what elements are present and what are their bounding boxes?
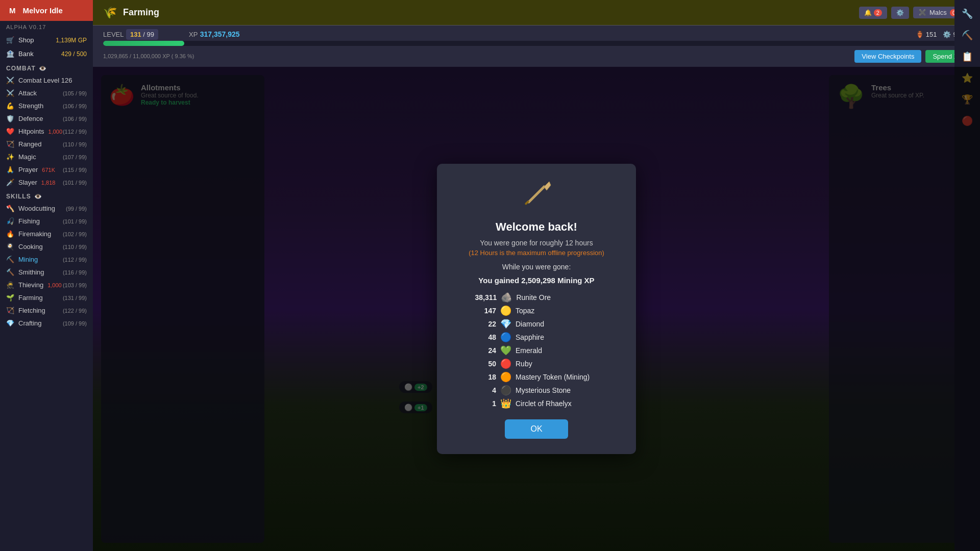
loot-container: 38,311 🪨 Runite Ore 147 🟡 Topaz 22 💎 Dia… <box>457 292 616 409</box>
sidebar-item-strength[interactable]: 💪Strength (106 / 99) <box>0 99 93 112</box>
prayer-levels: (115 / 99) <box>63 167 87 173</box>
ranged-levels: (110 / 99) <box>63 141 87 147</box>
sidebar-item-woodcutting[interactable]: 🪓Woodcutting (99 / 99) <box>0 202 93 215</box>
top-nav: 🌾 Farming 🔔 2 ⚙️ ✖️ Malcs 0 ▾ <box>93 0 980 26</box>
loot-row: 50 🔴 Ruby <box>457 358 616 369</box>
loot-count: 24 <box>476 346 496 355</box>
skills-section-header: SKILLS 👁️ <box>0 189 93 202</box>
mining-icon: ⛏️ <box>6 256 14 263</box>
loot-name: Mastery Token (Mining) <box>516 373 597 381</box>
attack-label: Attack <box>18 89 37 97</box>
mastery-value: 151 <box>926 31 937 38</box>
sidebar-item-thieving[interactable]: 🥷Thieving 1,000 (103 / 99) <box>0 279 93 291</box>
magic-icon: ✨ <box>6 153 14 161</box>
thieving-badge: 1,000 <box>47 282 62 288</box>
level-display: LEVEL 131 / 99 <box>103 30 158 39</box>
sidebar-item-smithing[interactable]: 🔨Smithing (116 / 99) <box>0 266 93 279</box>
prayer-badge: 671K <box>42 167 55 173</box>
xp-bar-area: LEVEL 131 / 99 XP 317,357,925 🏺 151 ⚙️ <box>93 26 980 67</box>
prayer-icon: 🙏 <box>6 166 14 173</box>
loot-icon: 🟠 <box>500 371 511 383</box>
farming-label: Farming <box>18 294 43 302</box>
loot-icon: 🔵 <box>500 332 511 343</box>
crafting-levels: (109 / 99) <box>63 320 87 327</box>
sidebar-item-fishing[interactable]: 🎣Fishing (101 / 99) <box>0 215 93 228</box>
mastery-group: 🏺 151 <box>916 31 937 38</box>
loot-row: 24 💚 Emerald <box>457 345 616 356</box>
fletching-icon: 🏹 <box>6 307 14 314</box>
loot-name: Emerald <box>516 346 597 355</box>
sidebar-item-ranged[interactable]: 🏹Ranged (110 / 99) <box>0 138 93 151</box>
loot-row: 18 🟠 Mastery Token (Mining) <box>457 371 616 383</box>
page-icon: 🌾 <box>103 6 117 19</box>
sidebar-item-farming[interactable]: 🌱Farming (131 / 99) <box>0 291 93 304</box>
sidebar-item-attack[interactable]: ⚔️Attack (105 / 99) <box>0 87 93 99</box>
progress-pct: 9.36 <box>175 53 186 59</box>
combat-level-icon: ⚔️ <box>6 77 14 84</box>
sidebar-item-crafting[interactable]: 💎Crafting (109 / 99) <box>0 317 93 330</box>
slayer-label: Slayer <box>18 179 37 186</box>
sidebar-item-defence[interactable]: 🛡️Defence (106 / 99) <box>0 112 93 125</box>
settings-button[interactable]: ⚙️ <box>891 7 909 19</box>
settings-icon: ⚙️ <box>896 9 904 16</box>
firemaking-icon: 🔥 <box>6 230 14 238</box>
sidebar-item-firemaking[interactable]: 🔥Firemaking (102 / 99) <box>0 228 93 240</box>
firemaking-levels: (102 / 99) <box>63 231 87 237</box>
defence-levels: (106 / 99) <box>63 116 87 122</box>
thieving-levels: (103 / 99) <box>63 282 87 288</box>
sidebar-item-hitpoints[interactable]: ❤️Hitpoints 1,000 (112 / 99) <box>0 125 93 138</box>
attack-icon: ⚔️ <box>6 89 14 97</box>
sidebar-item-mining[interactable]: ⛏️Mining (112 / 99) <box>0 253 93 266</box>
smithing-icon: 🔨 <box>6 268 14 276</box>
sidebar-item-magic[interactable]: ✨Magic (107 / 99) <box>0 151 93 163</box>
modal-title: Welcome back! <box>457 220 616 234</box>
right-icon-wrench[interactable]: 🔧 <box>958 4 977 23</box>
user-icon: ✖️ <box>918 9 926 16</box>
hitpoints-label: Hitpoints <box>18 128 44 135</box>
sidebar-item-combat-level[interactable]: ⚔️ Combat Level 126 <box>0 74 93 87</box>
view-checkpoints-button[interactable]: View Checkpoints <box>854 50 921 63</box>
loot-count: 147 <box>476 307 496 315</box>
sidebar-item-prayer[interactable]: 🙏Prayer 671K (115 / 99) <box>0 163 93 176</box>
strength-label: Strength <box>18 102 43 110</box>
loot-icon: ⚫ <box>500 385 511 396</box>
woodcutting-label: Woodcutting <box>18 205 55 212</box>
loot-icon: 👑 <box>500 398 511 409</box>
slayer-levels: (101 / 99) <box>63 180 87 186</box>
right-icon-list[interactable]: 📋 <box>958 47 977 66</box>
loot-icon: 🪨 <box>501 292 512 303</box>
ok-button[interactable]: OK <box>505 419 568 439</box>
loot-row: 4 ⚫ Mysterious Stone <box>457 385 616 396</box>
loot-name: Diamond <box>516 320 597 328</box>
sidebar: M Melvor Idle ALPHA V0.17 🛒 Shop 1,139M … <box>0 0 93 551</box>
xp-progress-fill <box>103 41 184 46</box>
sidebar-item-cooking[interactable]: 🍳Cooking (110 / 99) <box>0 240 93 253</box>
hitpoints-icon: ❤️ <box>6 128 14 135</box>
loot-name: Runite Ore <box>516 293 598 302</box>
fishing-label: Fishing <box>18 217 40 225</box>
right-icon-pickaxe[interactable]: ⛏️ <box>958 26 977 45</box>
sidebar-item-shop[interactable]: 🛒 Shop 1,139M GP <box>0 33 93 47</box>
user-name: Malcs <box>929 9 947 16</box>
sidebar-item-fletching[interactable]: 🏹Fletching (122 / 99) <box>0 304 93 317</box>
page-body: 🍅 Allotments Great source of food. Ready… <box>93 67 980 551</box>
modal-warning: (12 Hours is the maximum offline progres… <box>457 249 616 257</box>
farming-levels: (131 / 99) <box>63 295 87 301</box>
loot-row: 147 🟡 Topaz <box>457 305 616 316</box>
fletching-levels: (122 / 99) <box>63 308 87 314</box>
woodcutting-icon: 🪓 <box>6 205 14 212</box>
loot-count: 4 <box>476 386 496 394</box>
notifications-button[interactable]: 🔔 2 <box>859 7 887 19</box>
notif-badge: 2 <box>874 9 882 16</box>
sidebar-header[interactable]: M Melvor Idle <box>0 0 93 21</box>
level-badge: 131 / 99 <box>126 29 158 40</box>
loot-count: 48 <box>476 333 496 341</box>
modal-subtitle: You were gone for roughly 12 hours <box>457 239 616 247</box>
sidebar-item-slayer[interactable]: 🗡️Slayer 1,818 (101 / 99) <box>0 176 93 189</box>
shop-icon: 🛒 <box>6 36 14 44</box>
loot-icon: 🔴 <box>500 358 511 369</box>
hitpoints-badge: 1,000 <box>48 129 63 135</box>
loot-icon: 🟡 <box>500 305 511 316</box>
sidebar-item-bank[interactable]: 🏦 Bank 429 / 500 <box>0 47 93 61</box>
mining-levels: (112 / 99) <box>63 257 87 263</box>
